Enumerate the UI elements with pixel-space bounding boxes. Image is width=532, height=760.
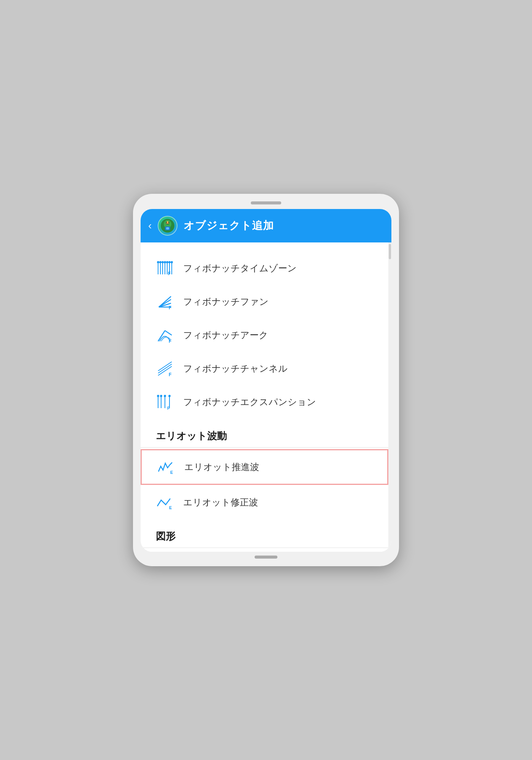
list-item-fib-expansion[interactable]: F フィボナッチエクスパンション [141,385,388,419]
svg-point-39 [157,395,159,397]
elliott-impulse-icon: E [157,458,175,476]
scrollbar[interactable] [388,242,391,552]
svg-point-15 [157,261,159,263]
svg-point-19 [166,261,168,263]
list-item-fib-arc[interactable]: F フィボナッチアーク [141,318,388,352]
elliott-impulse-label: エリオット推進波 [184,461,259,473]
fib-timezone-icon: F [156,259,174,277]
svg-text:E: E [170,470,173,475]
list-item-fib-channel[interactable]: F フィボナッチチャンネル [141,352,388,385]
svg-text:F: F [169,339,171,343]
svg-text:F: F [168,271,171,276]
fib-arc-icon: F [156,326,174,344]
svg-point-16 [160,261,161,263]
fib-channel-label: フィボナッチチャンネル [183,363,288,375]
svg-line-33 [158,362,172,371]
elliott-correction-label: エリオット修正波 [183,496,258,508]
svg-line-29 [165,331,172,335]
svg-text:F: F [169,305,171,309]
svg-point-42 [169,395,170,397]
fib-channel-icon: F [156,359,174,378]
svg-point-18 [164,261,166,263]
fib-expansion-icon: F [156,393,174,411]
home-indicator[interactable] [255,556,277,559]
device-frame: ‹ オブジェクト追加 [133,194,399,566]
fib-fan-label: フィボナッチファン [183,296,269,308]
device-notch [251,201,281,204]
header-title: オブジェクト追加 [184,218,274,233]
content-area: F フィボナッチタイムゾーン F [141,242,388,552]
list-item-shape-rect[interactable]: 長方形 [141,549,388,552]
elliott-divider [141,447,388,448]
svg-point-5 [168,222,169,223]
avatar [158,216,177,236]
svg-point-4 [166,222,167,223]
svg-point-21 [171,261,173,263]
svg-text:F: F [169,372,171,376]
header: ‹ オブジェクト追加 [141,209,391,242]
svg-line-28 [158,331,165,341]
screen: ‹ オブジェクト追加 [141,209,391,552]
svg-point-41 [164,395,166,397]
svg-point-17 [162,261,163,263]
list-item-fib-timezone[interactable]: F フィボナッチタイムゾーン [141,252,388,285]
fib-timezone-label: フィボナッチタイムゾーン [183,262,297,274]
list-item-fib-fan[interactable]: F フィボナッチファン [141,285,388,318]
svg-point-20 [169,261,170,263]
list-item-elliott-correction[interactable]: E エリオット修正波 [141,486,388,519]
section-header-shapes: 図形 [141,519,388,548]
list-item-elliott-impulse[interactable]: E エリオット推進波 [141,449,388,485]
fib-arc-label: フィボナッチアーク [183,329,268,341]
back-button[interactable]: ‹ [148,220,152,232]
svg-rect-7 [166,227,169,230]
section-header-elliott: エリオット波動 [141,419,388,447]
fib-expansion-label: フィボナッチエクスパンション [183,396,316,408]
svg-point-40 [160,395,162,397]
svg-text:E: E [169,505,172,510]
fib-fan-icon: F [156,293,174,311]
svg-text:F: F [167,406,170,410]
elliott-correction-icon: E [156,493,174,511]
shapes-divider [141,548,388,548]
